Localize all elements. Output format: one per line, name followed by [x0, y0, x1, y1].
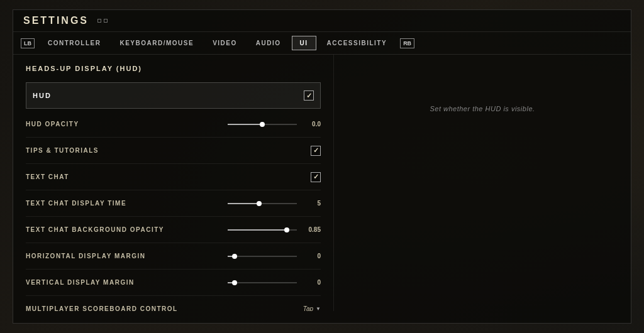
hud-opacity-row: HUD OPACITY 0.0	[26, 111, 321, 138]
multiplayer-scoreboard-dropdown[interactable]: Tap ▼	[303, 305, 321, 311]
tips-tutorials-label: TIPS & TUTORIALS	[26, 147, 311, 154]
horizontal-display-margin-thumb[interactable]	[232, 254, 237, 259]
horizontal-display-margin-value: 0	[302, 253, 321, 259]
rb-badge[interactable]: RB	[400, 38, 414, 48]
text-chat-bg-opacity-track[interactable]	[228, 229, 297, 231]
horizontal-display-margin-track[interactable]	[228, 256, 297, 257]
tips-tutorials-row: TIPS & TUTORIALS	[26, 138, 321, 164]
tab-controller[interactable]: CONTROLLER	[40, 36, 109, 50]
hud-label: HUD	[33, 92, 304, 99]
text-chat-display-time-slider-track[interactable]	[228, 203, 297, 204]
vertical-display-margin-track[interactable]	[228, 282, 297, 283]
vertical-display-margin-thumb[interactable]	[232, 280, 237, 285]
text-chat-bg-opacity-label: TEXT CHAT BACKGROUND OPACITY	[26, 226, 228, 233]
hud-checkbox[interactable]	[304, 90, 314, 101]
hud-opacity-slider-track[interactable]	[228, 124, 297, 125]
text-chat-display-time-thumb[interactable]	[257, 201, 262, 206]
vertical-display-margin-row: VERTICAL DISPLAY MARGIN 0	[26, 270, 321, 296]
text-chat-display-time-value: 5	[302, 200, 321, 207]
lb-badge[interactable]: LB	[21, 38, 35, 48]
text-chat-bg-opacity-row: TEXT CHAT BACKGROUND OPACITY 0.85	[26, 217, 321, 243]
tab-keyboard-mouse[interactable]: KEYBOARD/MOUSE	[111, 36, 202, 50]
tab-bar: LB CONTROLLER KEYBOARD/MOUSE VIDEO AUDIO…	[13, 32, 631, 55]
text-chat-display-time-label: TEXT CHAT DISPLAY TIME	[26, 200, 228, 207]
left-panel: HEADS-UP DISPLAY (HUD) HUD HUD OPACITY 0…	[13, 55, 334, 311]
section-header: HEADS-UP DISPLAY (HUD)	[26, 65, 321, 75]
vertical-display-margin-value: 0	[302, 279, 321, 286]
content-area: HEADS-UP DISPLAY (HUD) HUD HUD OPACITY 0…	[13, 55, 631, 311]
hud-opacity-value: 0.0	[302, 121, 321, 128]
hud-opacity-slider-thumb[interactable]	[260, 122, 265, 127]
title-dots	[97, 19, 108, 23]
text-chat-bg-opacity-value: 0.85	[302, 226, 321, 233]
right-panel: Set whether the HUD is visible.	[334, 55, 631, 311]
text-chat-label: TEXT CHAT	[26, 173, 311, 180]
tab-ui[interactable]: UI	[292, 36, 316, 50]
horizontal-display-margin-label: HORIZONTAL DISPLAY MARGIN	[26, 253, 228, 259]
tips-tutorials-checkbox[interactable]	[311, 146, 321, 156]
text-chat-row: TEXT CHAT	[26, 164, 321, 190]
hud-opacity-slider-fill	[228, 124, 262, 125]
text-chat-checkbox[interactable]	[311, 172, 321, 182]
horizontal-display-margin-row: HORIZONTAL DISPLAY MARGIN 0	[26, 243, 321, 270]
tab-accessibility[interactable]: ACCESSIBILITY	[319, 36, 396, 50]
settings-panel: SETTINGS LB CONTROLLER KEYBOARD/MOUSE VI…	[13, 9, 631, 324]
hud-opacity-label: HUD OPACITY	[26, 121, 228, 128]
text-chat-display-time-row: TEXT CHAT DISPLAY TIME 5	[26, 190, 321, 217]
settings-title: SETTINGS	[23, 15, 89, 26]
hud-setting-row[interactable]: HUD	[26, 82, 321, 109]
dot-1	[97, 19, 101, 23]
dropdown-arrow-icon: ▼	[316, 306, 321, 311]
text-chat-bg-opacity-slider-container[interactable]: 0.85	[228, 226, 321, 233]
title-bar: SETTINGS	[13, 10, 631, 32]
vertical-display-margin-slider-container[interactable]: 0	[228, 279, 321, 286]
multiplayer-scoreboard-label: MULTIPLAYER SCOREBOARD CONTROL	[26, 305, 303, 311]
dot-2	[104, 19, 108, 23]
multiplayer-scoreboard-row: MULTIPLAYER SCOREBOARD CONTROL Tap ▼	[26, 296, 321, 311]
tab-audio[interactable]: AUDIO	[248, 36, 289, 50]
hud-opacity-slider-container[interactable]: 0.0	[228, 121, 321, 128]
text-chat-bg-opacity-fill	[228, 229, 287, 231]
vertical-display-margin-label: VERTICAL DISPLAY MARGIN	[26, 279, 228, 286]
text-chat-bg-opacity-thumb[interactable]	[284, 227, 289, 232]
tab-video[interactable]: VIDEO	[204, 36, 245, 50]
horizontal-display-margin-slider-container[interactable]: 0	[228, 253, 321, 259]
multiplayer-scoreboard-value: Tap	[303, 305, 313, 311]
text-chat-display-time-fill	[228, 203, 259, 204]
description-text: Set whether the HUD is visible.	[430, 105, 535, 112]
text-chat-display-time-slider-container[interactable]: 5	[228, 200, 321, 207]
